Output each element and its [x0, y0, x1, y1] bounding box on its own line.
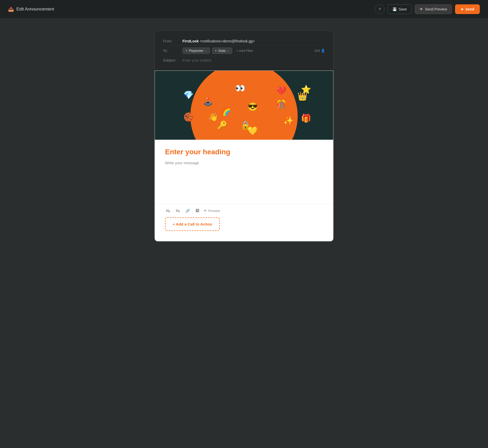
eye-icon: 👁	[420, 7, 423, 11]
to-filters: ✕ Playtester ⌄ + State ⌄ + Add Filter 20…	[182, 48, 325, 54]
body-content: Enter your heading Write your message	[155, 140, 333, 204]
hero-emoji-9: ❤️	[276, 86, 286, 96]
preview-button[interactable]: 👁 Preview	[204, 209, 220, 213]
subject-input[interactable]	[182, 58, 325, 62]
from-label: From:	[163, 39, 179, 43]
email-body: 👀💎🕹️🌈😎🏀👋🔑🔒❤️🎊👑⭐🎁✨💛 Enter your heading Wr…	[155, 70, 333, 241]
hero-image: 👀💎🕹️🌈😎🏀👋🔑🔒❤️🎊👑⭐🎁✨💛	[155, 71, 333, 140]
user-icon: 👤	[321, 49, 325, 53]
to-row: To: ✕ Playtester ⌄ + State ⌄ + Add Filte…	[163, 45, 325, 56]
link-button[interactable]: 🔗	[184, 208, 191, 214]
hero-emojis: 👀💎🕹️🌈😎🏀👋🔑🔒❤️🎊👑⭐🎁✨💛	[155, 71, 333, 140]
subject-label: Subject:	[163, 58, 179, 62]
hero-emoji-14: ✨	[283, 116, 294, 125]
body-message[interactable]: Write your message	[165, 161, 323, 165]
close-playtester-icon[interactable]: ✕	[185, 49, 188, 52]
to-label: To:	[163, 49, 179, 53]
plus-state-icon: +	[215, 49, 217, 53]
h2-button[interactable]: H₂	[165, 208, 171, 214]
save-button[interactable]: 💾 Save	[388, 4, 412, 14]
send-preview-button[interactable]: 👁 Send Preview	[415, 4, 452, 14]
hero-emoji-12: ⭐	[301, 85, 311, 94]
page-title: Edit Announcement	[16, 7, 54, 12]
cta-section: + Add a Call to Action	[155, 217, 333, 241]
topbar-actions: ? 💾 Save 👁 Send Preview ➤ Send	[375, 4, 480, 14]
chevron-playtester-icon[interactable]: ⌄	[205, 49, 207, 52]
hero-emoji-2: 🕹️	[203, 97, 213, 107]
hero-emoji-10: 🎊	[276, 100, 286, 109]
help-button[interactable]: ?	[375, 4, 385, 14]
hero-emoji-3: 🌈	[221, 107, 231, 116]
subject-row: Subject:	[163, 56, 325, 64]
send-button[interactable]: ➤ Send	[455, 4, 480, 14]
recipient-count: 203 👤	[314, 49, 325, 53]
state-label: State	[218, 49, 226, 53]
image-icon: 🖼	[195, 209, 199, 213]
link-icon: 🔗	[185, 209, 190, 213]
hero-emoji-7: 🔑	[217, 120, 227, 130]
email-card: From: FirstLook <notifications+demo@firs…	[155, 31, 333, 241]
hero-emoji-5: 🏀	[183, 112, 194, 122]
cta-button[interactable]: + Add a Call to Action	[165, 217, 220, 231]
hero-emoji-13: 🎁	[301, 113, 311, 123]
from-value: FirstLook <notifications+demo@firstlook.…	[182, 39, 255, 43]
send-icon: ➤	[461, 7, 464, 11]
topbar: 📤 Edit Announcement ? 💾 Save 👁 Send Prev…	[0, 0, 488, 18]
body-heading[interactable]: Enter your heading	[165, 148, 323, 156]
tag-state[interactable]: + State ⌄	[212, 48, 232, 54]
add-filter-label: + Add Filter	[236, 49, 253, 53]
image-button[interactable]: 🖼	[194, 208, 200, 214]
playtester-label: Playtester	[189, 49, 204, 53]
hero-emoji-0: 👀	[235, 83, 245, 93]
main-content: From: FirstLook <notifications+demo@firs…	[0, 18, 488, 254]
from-row: From: FirstLook <notifications+demo@firs…	[163, 37, 325, 45]
page-title-area: 📤 Edit Announcement	[8, 6, 54, 12]
add-filter-button[interactable]: + Add Filter	[234, 48, 255, 54]
announcement-icon: 📤	[8, 6, 14, 12]
tag-playtester[interactable]: ✕ Playtester ⌄	[182, 48, 210, 54]
hero-emoji-1: 💎	[183, 90, 194, 100]
save-icon: 💾	[392, 7, 397, 11]
email-header: From: FirstLook <notifications+demo@firs…	[155, 31, 333, 70]
h3-button[interactable]: H₃	[175, 208, 181, 214]
chevron-state-icon[interactable]: ⌄	[227, 49, 229, 52]
hero-emoji-15: 💛	[248, 126, 258, 136]
eye-preview-icon: 👁	[204, 209, 207, 213]
editor-toolbar: H₂ H₃ 🔗 🖼 👁 Preview	[155, 204, 333, 217]
help-icon: ?	[379, 7, 381, 11]
hero-emoji-4: 😎	[248, 102, 258, 112]
